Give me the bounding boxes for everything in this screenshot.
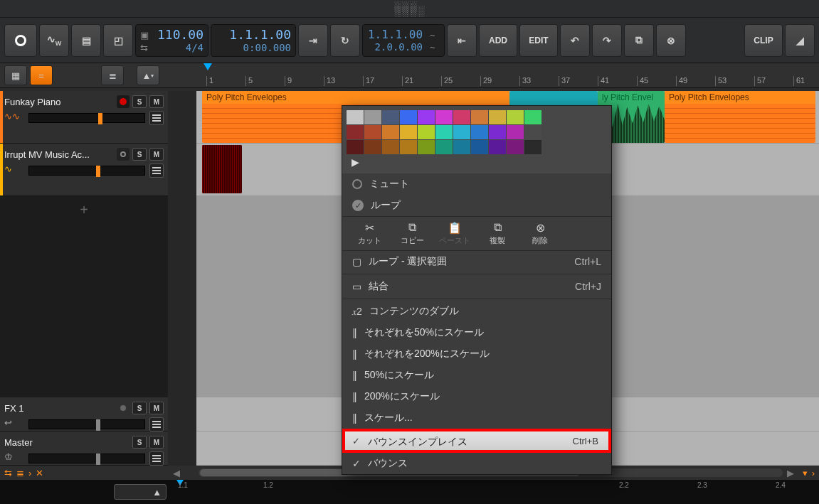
ctx-scale-each-200[interactable]: ‖それぞれを200%にスケール xyxy=(342,343,611,365)
time-signature[interactable]: 4/4 xyxy=(157,42,204,53)
grid-view-button[interactable]: ▦ xyxy=(4,65,27,85)
ctx-loop-selection[interactable]: ▢ループ - 選択範囲Ctrl+L xyxy=(342,251,611,272)
ctx-delete[interactable]: ⊗削除 xyxy=(520,221,560,246)
ctx-loop[interactable]: ✓ループ xyxy=(342,195,611,216)
color-swatch[interactable] xyxy=(418,125,435,139)
track-header-funkay-piano[interactable]: Funkay Piano S M ∿∿ xyxy=(0,91,168,144)
tempo-value[interactable]: 110.00 xyxy=(157,27,204,42)
menu-button[interactable]: ≣ xyxy=(101,65,124,85)
ctx-duplicate[interactable]: ⧉複製 xyxy=(477,221,517,246)
ctx-scale-50[interactable]: ‖50%にスケール xyxy=(342,365,611,386)
scroll-right-icon[interactable]: ▶ xyxy=(787,468,794,478)
color-swatch[interactable] xyxy=(507,125,524,139)
color-swatch[interactable] xyxy=(471,140,488,154)
redo-button[interactable]: ↷ xyxy=(592,24,622,57)
solo-button[interactable]: S xyxy=(132,436,147,449)
color-swatch[interactable] xyxy=(453,125,470,139)
clear-button[interactable]: ⊗ xyxy=(656,24,686,57)
color-swatch[interactable] xyxy=(524,110,541,124)
loop-toggle-button[interactable]: ↻ xyxy=(330,24,360,57)
color-swatch[interactable] xyxy=(400,140,417,154)
color-swatch[interactable] xyxy=(489,125,506,139)
volume-slider[interactable] xyxy=(28,419,145,429)
solo-button[interactable]: S xyxy=(132,402,147,414)
fade-tool-button[interactable]: ◢ xyxy=(785,24,815,57)
punch-out-button[interactable]: ⇤ xyxy=(447,24,477,57)
automation-write-button[interactable]: ∿W xyxy=(39,24,69,57)
color-palette[interactable]: ▶ xyxy=(342,106,611,173)
position-bars[interactable]: 1.1.1.00 xyxy=(229,27,291,42)
color-swatch[interactable] xyxy=(382,140,399,154)
color-swatch[interactable] xyxy=(489,140,506,154)
color-swatch[interactable] xyxy=(524,125,541,139)
overdub-button[interactable]: ▤ xyxy=(71,24,101,57)
scroll-left-icon[interactable]: ◀ xyxy=(173,468,180,478)
color-swatch[interactable] xyxy=(347,110,364,124)
pointer-tool-button[interactable]: ▲▾ xyxy=(137,65,159,85)
color-swatch[interactable] xyxy=(453,110,470,124)
close-icon[interactable]: ✕ xyxy=(36,468,43,478)
color-swatch[interactable] xyxy=(347,125,364,139)
color-swatch[interactable] xyxy=(507,110,524,124)
color-swatch[interactable] xyxy=(489,110,506,124)
color-swatch[interactable] xyxy=(471,110,488,124)
ctx-bounce-in-place[interactable]: ✓ バウンスインプレイス Ctrl+B xyxy=(342,429,611,453)
ctx-copy[interactable]: ⧉コピー xyxy=(392,221,432,246)
add-button[interactable]: ADD xyxy=(479,24,517,57)
duplicate-global-button[interactable]: ⧉ xyxy=(624,24,654,57)
ctx-mute[interactable]: ミュート xyxy=(342,173,611,195)
loop-length[interactable]: 2.0.0.00 xyxy=(375,41,423,53)
track-options-button[interactable] xyxy=(149,451,164,466)
track-header-fx1[interactable]: FX 1 S M ↩ xyxy=(0,397,168,431)
color-swatch[interactable] xyxy=(364,125,381,139)
color-swatch[interactable] xyxy=(364,110,381,124)
tempo-display[interactable]: ▣110.00 ⇆4/4 xyxy=(135,24,208,57)
track-name[interactable]: Master xyxy=(4,437,114,448)
clip-poly-pitch-3[interactable]: Poly Pitch Envelopes xyxy=(665,91,815,143)
mute-button[interactable]: M xyxy=(149,436,164,449)
ctx-scale-200[interactable]: ‖200%にスケール xyxy=(342,386,611,407)
color-swatch[interactable] xyxy=(507,140,524,154)
punch-in-button[interactable]: ⇥ xyxy=(298,24,328,57)
list-view-button[interactable]: = xyxy=(30,65,53,85)
edit-button[interactable]: EDIT xyxy=(519,24,558,57)
ctx-scale-other[interactable]: ‖スケール... xyxy=(342,407,611,429)
track-header-irrupt[interactable]: Irrupt MV Music Ac... S M ∿ xyxy=(0,144,168,196)
clip-button[interactable]: CLIP xyxy=(744,24,783,57)
color-swatch[interactable] xyxy=(364,140,381,154)
ctx-scale-each-50[interactable]: ‖それぞれを50%にスケール xyxy=(342,322,611,343)
mute-button[interactable]: M xyxy=(149,148,164,161)
track-header-master[interactable]: Master S M ♔ xyxy=(0,431,168,466)
ctx-bounce[interactable]: ✓バウンス xyxy=(342,453,611,474)
position-display[interactable]: 1.1.1.00 0:00.000 xyxy=(211,24,296,57)
color-swatch[interactable] xyxy=(453,140,470,154)
color-swatch[interactable] xyxy=(471,125,488,139)
color-swatch[interactable] xyxy=(347,140,364,154)
ctx-join[interactable]: ▭結合Ctrl+J xyxy=(342,276,611,297)
solo-button[interactable]: S xyxy=(132,148,147,161)
undo-button[interactable]: ↶ xyxy=(560,24,590,57)
track-options-button[interactable] xyxy=(149,111,164,125)
mute-button[interactable]: M xyxy=(149,95,164,108)
track-name[interactable]: Funkay Piano xyxy=(4,97,114,107)
palette-more-icon[interactable]: ▶ xyxy=(347,155,364,169)
track-options-button[interactable] xyxy=(149,163,164,178)
color-swatch[interactable] xyxy=(435,110,453,124)
clip-audio-red[interactable] xyxy=(202,145,242,193)
color-swatch[interactable] xyxy=(418,140,435,154)
volume-slider[interactable] xyxy=(28,113,145,123)
ctx-cut[interactable]: ✂カット xyxy=(349,221,389,246)
playhead-icon[interactable] xyxy=(204,63,212,70)
arm-record-button[interactable] xyxy=(117,148,130,161)
color-swatch[interactable] xyxy=(435,125,453,139)
color-swatch[interactable] xyxy=(400,110,417,124)
add-track-button[interactable]: + xyxy=(0,196,168,397)
timeline-ruler[interactable]: 15913172125293337414549535761 xyxy=(199,63,819,87)
swap-icon[interactable]: ⇆ xyxy=(4,468,12,478)
position-time[interactable]: 0:00.000 xyxy=(243,42,291,53)
track-options-button[interactable] xyxy=(149,417,164,431)
loop-start[interactable]: 1.1.1.00 xyxy=(368,28,423,41)
solo-button[interactable]: S xyxy=(132,95,147,108)
color-swatch[interactable] xyxy=(418,110,435,124)
minimap[interactable]: ▲ 1.11.22.22.32.4 xyxy=(0,480,819,504)
